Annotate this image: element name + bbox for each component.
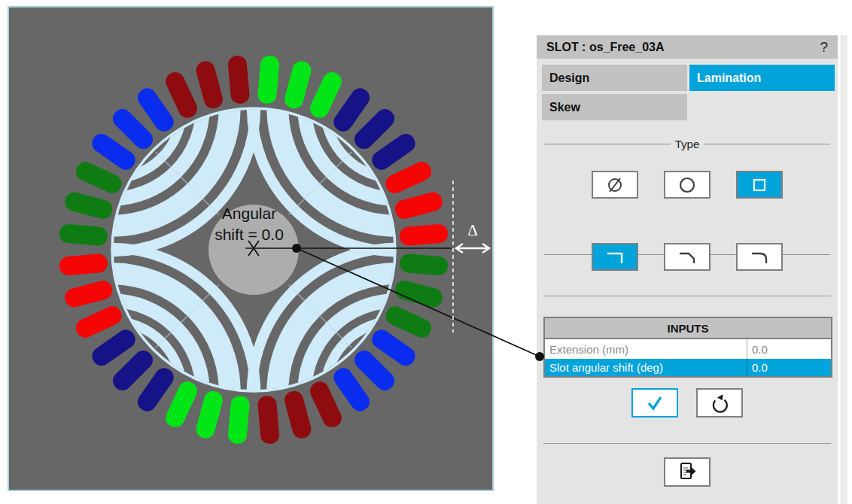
rotor-rib-line [289,152,351,214]
flux-barrier-arc [0,248,255,504]
stator-slot [73,159,125,196]
stator-slot [330,85,373,135]
angular-shift-annotation-line1: Angular [222,205,276,222]
stator-slot [399,254,449,276]
input-value[interactable]: 0.0 [747,359,831,376]
stator-slot [282,389,313,440]
flux-barrier-arc [325,37,467,178]
type-diameter-button[interactable] [592,171,638,199]
leader-dot [292,244,301,253]
rotor-outline [112,108,395,391]
stator-slot [63,278,114,309]
panel-header: SLOT : os_Free_03A ? [537,35,838,59]
center-x-marker [248,241,259,256]
slot-properties-panel: SLOT : os_Free_03A ? Design Lamination S… [537,35,838,504]
stator-slot [227,395,250,445]
input-row-extension[interactable]: Extension (mm) 0.0 [545,339,831,359]
stator-slot [134,365,177,415]
stator-slot [393,278,444,309]
corner-round-button[interactable] [736,243,783,271]
stator-slot [59,254,108,276]
stator-slot [351,347,398,394]
sharp-corner-icon [602,248,628,266]
check-icon [644,393,666,413]
delta-symbol: Δ [467,221,478,239]
round-corner-icon [747,248,772,266]
flux-barrier-arc [20,301,202,483]
flux-barrier-arc [252,248,540,504]
stator-slot [330,365,373,415]
stator-slot [257,395,280,445]
stator-slot [307,69,345,121]
stator-slot [393,190,444,221]
stator-slot [399,223,449,246]
apply-button[interactable] [631,388,678,417]
flux-barrier-arc [305,301,487,483]
flux-barrier-arc [0,0,255,251]
shift-dimension-arrow [456,244,489,253]
stator-slot [194,59,225,111]
rotor-rib-line [289,285,351,348]
export-document-icon [675,461,699,484]
flux-barrier-arc [278,274,514,504]
panel-scroll-gutter[interactable] [841,35,847,504]
flux-barrier-arc [305,17,487,199]
lamination-background [8,7,493,490]
panel-tabs: Design Lamination Skew [542,65,835,120]
reset-icon [708,392,731,414]
stator-slot [134,85,177,135]
flux-barrier-arc [20,17,202,199]
circle-icon [676,175,698,196]
tab-lamination[interactable]: Lamination [689,65,835,91]
stator-slot [382,159,434,196]
rotor-ribs [156,152,351,348]
flux-barrier-arc [41,321,182,463]
export-button[interactable] [664,457,711,487]
stator-slots [59,55,449,445]
help-icon[interactable]: ? [820,39,828,56]
section-divider [543,296,831,296]
chamfer-corner-icon [674,248,700,266]
flux-barrier-arc [41,37,182,178]
export-row [537,457,838,487]
section-divider [543,443,831,444]
stator-slot [382,303,434,341]
app-window: SLOT : os_Free_03A ? Design Lamination S… [0,0,852,504]
leader-line-to-input [297,248,540,357]
corner-sharp-button[interactable] [592,243,638,271]
stator-slot [227,55,250,105]
stator-slot [369,326,419,369]
inputs-table: INPUTS Extension (mm) 0.0 Slot angular s… [543,317,832,378]
flux-barrier-arc [278,0,514,226]
stator-slot [282,59,313,111]
type-section-legend: Type [537,138,838,150]
input-label: Extension (mm) [545,339,747,359]
flux-barrier-arc [0,0,230,226]
type-square-button[interactable] [736,171,783,199]
input-label: Slot angular shift (deg) [545,359,747,376]
type-circle-button[interactable] [664,171,711,199]
stator-slot [163,69,200,121]
stator-slot [89,326,139,369]
reset-button[interactable] [696,388,743,417]
type-buttons [537,171,838,199]
input-value[interactable]: 0.0 [747,339,831,359]
stator-slot [194,389,225,440]
stator-slot [163,378,200,430]
tab-skew[interactable]: Skew [542,94,687,120]
corner-chamfer-button[interactable] [664,243,711,271]
tab-design[interactable]: Design [542,65,687,91]
stator-slot [351,105,398,153]
stator-slot [369,130,419,173]
square-icon [748,175,771,196]
flux-barrier-arc [325,321,467,463]
inputs-table-header: INPUTS [545,318,831,339]
diameter-icon [604,175,626,196]
stator-slot [73,303,125,341]
corner-buttons [537,243,838,271]
angular-shift-annotation-line2: shift = 0.0 [215,226,284,243]
input-row-slot-angular-shift[interactable]: Slot angular shift (deg) 0.0 [545,359,831,376]
flux-barrier-arc [252,0,540,251]
action-buttons [537,388,838,417]
rotor-rib-line [156,285,218,348]
